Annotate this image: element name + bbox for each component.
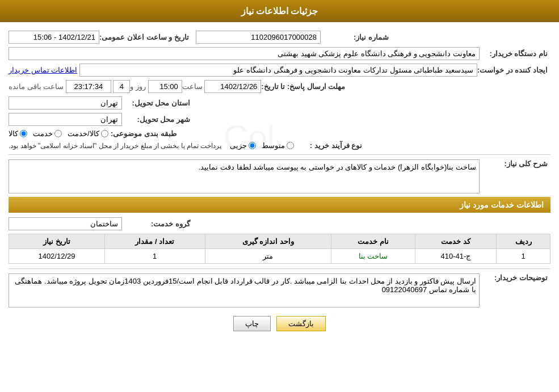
radio-kala-khedmat: کالا/خدمت	[68, 129, 108, 138]
now-label: نوع فرآیند خرید :	[294, 141, 362, 150]
khedmat-table: ردیف کد خدمت نام خدمت واحد اندازه گیری ت…	[9, 234, 550, 264]
radio-kala-khedmat-label: کالا/خدمت	[68, 129, 99, 138]
row-garoh: گروه خدمت: ساختمان	[9, 217, 550, 230]
row-mohlat: مهلت ارسال پاسخ: تا تاریخ: 1402/12/26 سا…	[9, 80, 550, 93]
tarikh-label: تاریخ و ساعت اعلان عمومی:	[99, 33, 189, 41]
row-now: نوع فرآیند خرید : متوسط جزیی پرداخت تمام…	[9, 141, 550, 150]
tabaqe-radio-group: کالا/خدمت خدمت کالا	[9, 129, 108, 138]
radio-khedmat-input[interactable]	[54, 130, 62, 137]
radio-motavasset: متوسط	[262, 141, 294, 150]
table-cell-0: 1	[497, 249, 550, 264]
row-nam-dastgah: نام دستگاه خریدار: معاونت دانشجویی و فره…	[9, 47, 550, 60]
radio-kala-input[interactable]	[20, 130, 27, 137]
radio-motavasset-label: متوسط	[262, 141, 285, 150]
row-tawzihat: توضیحات خریدار: ارسال پیش فاکتور و بازدی…	[9, 273, 550, 307]
ittilaat-tamas-link[interactable]: اطلاعات تماس خریدار	[9, 66, 77, 74]
khedmat-section-title: اطلاعات خدمات مورد نیاز	[9, 197, 550, 213]
ostan-label: استان محل تحویل:	[122, 99, 190, 107]
col-vahed: واحد اندازه گیری	[205, 234, 331, 249]
page-header: جزئیات اطلاعات نیاز	[0, 0, 559, 22]
table-cell-1: ج-41-410	[415, 249, 497, 264]
col-nam: نام خدمت	[331, 234, 415, 249]
table-row: 1ج-41-410ساخت بنامتر11402/12/29	[9, 249, 550, 264]
col-radif: ردیف	[497, 234, 550, 249]
ostan-value: تهران	[9, 96, 122, 109]
radio-kala-label: کالا	[9, 129, 18, 138]
table-header-row: ردیف کد خدمت نام خدمت واحد اندازه گیری ت…	[9, 234, 550, 249]
mohlat-label: مهلت ارسال پاسخ: تا تاریخ:	[261, 82, 345, 91]
divider-1	[9, 154, 550, 155]
row-sharh: شرح کلی نیاز: ساخت بنا(خوابگاه الزهرا) خ…	[9, 159, 550, 193]
ijad-konande-label: ایجاد کننده در خواست:	[477, 66, 548, 74]
radio-jozyi: جزیی	[230, 141, 256, 150]
tabaqe-label: طبقه بندی موضوعی:	[108, 129, 176, 138]
radio-jozyi-label: جزیی	[230, 141, 247, 150]
button-row: بازگشت چاپ	[9, 316, 550, 331]
col-kod: کد خدمت	[415, 234, 497, 249]
row-ostan: استان محل تحویل: تهران	[9, 96, 550, 109]
radio-jozyi-input[interactable]	[249, 142, 256, 149]
radio-kala: کالا	[9, 129, 27, 138]
now-radio-group: متوسط جزیی	[230, 141, 294, 150]
row-ijad-konande: ایجاد کننده در خواست: سیدسعید طباطبائی م…	[9, 64, 550, 77]
page-title: جزئیات اطلاعات نیاز	[241, 6, 318, 16]
radio-khedmat: خدمت	[33, 129, 62, 138]
mohlat-date: 1402/12/26	[204, 80, 261, 93]
col-tarikh: تاریخ نیاز	[9, 234, 105, 249]
nam-dastgah-value: معاونت دانشجویی و فرهنگی دانشگاه علوم پز…	[9, 47, 480, 60]
table-cell-2: ساخت بنا	[331, 249, 415, 264]
mohlat-rooz-label: روز و	[130, 82, 146, 91]
ijad-konande-value: سیدسعید طباطبائی مسئول تدارکات معاونت دا…	[79, 64, 477, 77]
shahr-value: تهران	[9, 113, 122, 126]
table-cell-4: 1	[104, 249, 205, 264]
tarikh-value: 1402/12/21 - 15:06	[9, 31, 99, 44]
row-shahr: شهر محل تحویل: تهران	[9, 113, 550, 126]
mohlat-baqi: 23:17:34	[66, 80, 111, 93]
tawzihat-value: ارسال پیش فاکتور و بازدید از محل احداث ب…	[9, 273, 480, 307]
shahr-label: شهر محل تحویل:	[122, 115, 190, 124]
mohlat-saat: 15:00	[148, 80, 182, 93]
garoh-label: گروه خدمت:	[122, 220, 190, 228]
radio-khedmat-label: خدمت	[33, 129, 53, 138]
shomara-label: شماره نیاز:	[321, 33, 389, 41]
table-cell-5: 1402/12/29	[9, 249, 105, 264]
row-shomara: شماره نیاز: 1102096017000028 تاریخ و ساع…	[9, 31, 550, 44]
garoh-value: ساختمان	[9, 217, 122, 230]
radio-kala-khedmat-input[interactable]	[101, 130, 108, 137]
sharh-label: شرح کلی نیاز:	[480, 159, 548, 168]
row-tabaqe: طبقه بندی موضوعی: کالا/خدمت خدمت کالا	[9, 129, 550, 138]
tawzihat-label: توضیحات خریدار:	[480, 273, 548, 282]
page-container: جزئیات اطلاعات نیاز Col شماره نیاز: 1102…	[0, 0, 559, 392]
nam-dastgah-label: نام دستگاه خریدار:	[480, 49, 548, 58]
col-tedad: تعداد / مقدار	[104, 234, 205, 249]
table-cell-3: متر	[205, 249, 331, 264]
radio-motavasset-input[interactable]	[287, 142, 294, 149]
mohlat-rooz: 4	[113, 80, 130, 93]
sharh-value: ساخت بنا(خوابگاه الزهرا) خدمات و کالاهای…	[9, 159, 480, 193]
print-button[interactable]: چاپ	[233, 316, 271, 331]
shomara-value: 1102096017000028	[196, 31, 321, 44]
back-button[interactable]: بازگشت	[276, 316, 326, 331]
now-notice: پرداخت تمام یا بخشی از مبلغ خریدار از مح…	[9, 142, 221, 150]
mohlat-baqi-label: ساعت باقی مانده	[9, 82, 64, 91]
content-area: Col شماره نیاز: 1102096017000028 تاریخ و…	[0, 22, 559, 340]
mohlat-saat-label: ساعت	[182, 82, 203, 91]
divider-2	[9, 268, 550, 269]
